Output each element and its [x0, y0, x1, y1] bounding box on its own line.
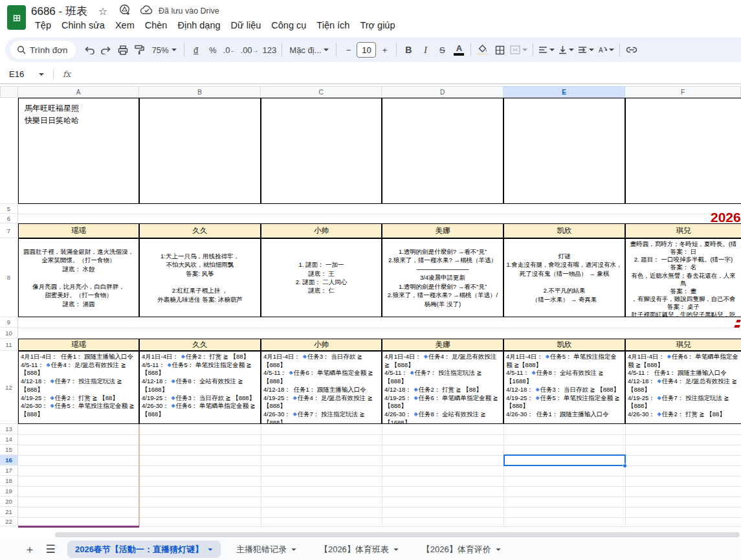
col-header-A[interactable]: A [18, 86, 139, 98]
print-button[interactable] [115, 41, 131, 58]
menu-data[interactable]: Dữ liệu [226, 18, 267, 32]
cell-D8[interactable]: 1.透明的劍是什麼劍? →看不“見” 2.狼來了，猜一種水果? →楊桃（羊逃） … [382, 238, 503, 317]
col-header-F[interactable]: F [625, 86, 741, 98]
saved-status[interactable]: Đã lưu vào Drive [159, 6, 219, 16]
vertical-align-button[interactable] [557, 41, 576, 58]
t1-header-F[interactable]: 琪兒 [625, 223, 741, 238]
name-box[interactable]: E16 [0, 69, 49, 79]
row-header-9[interactable]: 9 [0, 317, 18, 328]
format-currency-button[interactable]: đ [188, 41, 205, 58]
borders-button[interactable] [491, 41, 508, 58]
row-header-18[interactable]: 18 [0, 476, 18, 486]
row-header-6[interactable]: 6 [0, 214, 18, 223]
row-header-20[interactable]: 20 [0, 497, 18, 507]
t2-header-F[interactable]: 琪兒 [625, 339, 741, 351]
undo-button[interactable] [81, 41, 98, 58]
more-formats-button[interactable]: 123 [261, 41, 279, 58]
sheet-tab-2[interactable]: 主播犯错记录 [228, 541, 304, 558]
sheet-tab-4[interactable]: 【2026】体育评价 [414, 541, 509, 558]
menus-search-button[interactable]: Trình đơn [10, 41, 76, 59]
cell-E8[interactable]: 灯谜 1.會走沒有腿，會吃沒有嘴，過河沒有水， 死了沒有鬼（猜一物品） → 象棋… [503, 238, 625, 317]
menu-tools[interactable]: Công cụ [266, 18, 311, 32]
fill-handle[interactable] [623, 464, 627, 468]
formula-input[interactable] [71, 65, 741, 84]
cell-F12[interactable]: 4月1日-4日： ◆任务6： 单笔晒单指定金额 ≧【888】 4/5-11： 任… [625, 351, 741, 424]
row-header-16[interactable]: 16 [0, 455, 18, 465]
horizontal-align-button[interactable] [536, 41, 557, 58]
col-header-C[interactable]: C [261, 86, 382, 98]
zoom-select[interactable]: 75% [148, 45, 181, 55]
sheet-tab-active[interactable]: 2026春节【活動一：直播猜灯谜】 [67, 541, 221, 558]
sheets-logo[interactable] [7, 5, 26, 30]
cell-C12[interactable]: 4月1日-4日： ◆任务3： 当日存款 ≧ 【888】 4/5-11： ◆任务6… [261, 351, 382, 424]
menu-extensions[interactable]: Tiện ích [311, 18, 355, 32]
t2-header-C[interactable]: 小帅 [261, 339, 382, 351]
strikethrough-button[interactable]: S [434, 41, 450, 58]
menu-format[interactable]: Định dạng [172, 18, 225, 32]
t1-header-A[interactable]: 瑶瑶 [18, 223, 139, 238]
saved-to-drive-cloud-icon[interactable] [140, 5, 153, 17]
insert-link-button[interactable] [623, 41, 640, 58]
menu-edit[interactable]: Chỉnh sửa [56, 18, 110, 32]
decrease-font-size-button[interactable]: − [340, 41, 357, 58]
selected-cell-E16[interactable] [503, 454, 626, 466]
row-header-10[interactable]: 10 [0, 328, 18, 339]
row-header-8[interactable]: 8 [0, 238, 18, 317]
cell-A8[interactable]: 圓圓肚子裡，裝滿金銀財，進火洗個澡， 全家笑開懷。（打一食物） 謎底： 水餃 像… [18, 238, 139, 317]
t1-header-E[interactable]: 凯欣 [503, 223, 625, 238]
font-select[interactable]: Mặc đị... [285, 45, 333, 55]
paint-format-button[interactable] [131, 41, 148, 58]
font-size-input[interactable]: 10 [357, 42, 376, 58]
row-header-banner[interactable] [0, 98, 18, 204]
fill-color-button[interactable] [474, 41, 491, 58]
t2-header-A[interactable]: 瑶瑶 [18, 339, 139, 351]
cell-B8[interactable]: 1:天上一只鸟，用线拴得牢， 不怕大风吹，就怕细雨飘 答案: 风筝 2:红红果子… [139, 238, 261, 317]
row-header-14[interactable]: 14 [0, 434, 18, 445]
decrease-decimal-button[interactable]: .0← [221, 41, 239, 58]
cell-B1[interactable] [139, 98, 261, 204]
col-header-D[interactable]: D [382, 86, 503, 98]
t1-header-D[interactable]: 美娜 [382, 223, 503, 238]
t2-header-D[interactable]: 美娜 [382, 339, 503, 351]
text-wrap-button[interactable] [576, 41, 596, 58]
spreadsheet-grid[interactable]: A B C D E F 5 6 7 8 9 10 11 12 13 14 15 … [0, 84, 741, 531]
cell-B12[interactable]: 4月1日-4日： ◆任务2： 打赏 ≧ 【88】 4/5-11： ◆任务5： 单… [139, 351, 261, 424]
increase-decimal-button[interactable]: .00→ [239, 41, 261, 58]
bold-button[interactable]: B [400, 41, 417, 58]
all-sheets-button[interactable]: ☰ [41, 541, 60, 559]
cell-E1[interactable] [503, 98, 625, 204]
text-rotation-button[interactable]: A [596, 41, 616, 58]
cell-D12[interactable]: 4月1日-4日： ◆任务4： 足/篮总有效投注 ≧ 【888】 4/5-11： … [382, 351, 503, 424]
cell-A1-banner[interactable]: 馬年旺旺福星照 快樂日日笑哈哈 [18, 98, 139, 204]
menu-insert[interactable]: Chèn [140, 18, 173, 32]
t2-header-E[interactable]: 凯欣 [503, 339, 625, 351]
row-header-15[interactable]: 15 [0, 445, 18, 455]
t2-header-B[interactable]: 久久 [139, 339, 261, 351]
menu-help[interactable]: Trợ giúp [355, 18, 400, 32]
format-percent-button[interactable]: % [205, 41, 221, 58]
menu-file[interactable]: Tệp [30, 18, 56, 32]
merge-cells-button[interactable] [508, 41, 529, 58]
row-header-22[interactable]: 22 [0, 517, 18, 526]
cell-E12[interactable]: 4月1日-4日： ◆任务5： 单笔投注指定金额 ≧【888】 4/5-11： ◆… [503, 351, 625, 424]
cell-F1[interactable] [625, 98, 741, 204]
cell-A12[interactable]: 4月1日-4日： 任务1： 跟随主播输入口令 4/5-11： ◆任务4： 足/篮… [18, 351, 139, 424]
col-header-E[interactable]: E [503, 86, 625, 98]
document-title[interactable]: 6686 - 班表 [31, 4, 87, 19]
menu-view[interactable]: Xem [110, 18, 140, 32]
row-header-13[interactable]: 13 [0, 424, 18, 434]
select-all-corner[interactable] [0, 86, 18, 98]
cell-F8[interactable]: 畫時圓，寫時方；冬時短，夏時長。(猜 答案： 日 2. 題目： 一口咬掉多半截。… [625, 238, 741, 317]
italic-button[interactable]: I [417, 41, 434, 58]
add-sheet-button[interactable]: ＋ [21, 541, 39, 559]
cell-C1[interactable] [261, 98, 382, 204]
row-header-11[interactable]: 11 [0, 339, 18, 351]
row-header-5[interactable]: 5 [0, 204, 18, 214]
cell-C8[interactable]: 1. 謎面： 一加一 謎底： 王 2. 謎面： 二人同心 謎底： 仁 [261, 238, 382, 317]
row-header-12[interactable]: 12 [0, 351, 18, 424]
col-header-B[interactable]: B [139, 86, 261, 98]
row-header-7[interactable]: 7 [0, 223, 18, 238]
cell-D1[interactable] [382, 98, 503, 204]
row-header-21[interactable]: 21 [0, 507, 18, 517]
redo-button[interactable] [98, 41, 115, 58]
